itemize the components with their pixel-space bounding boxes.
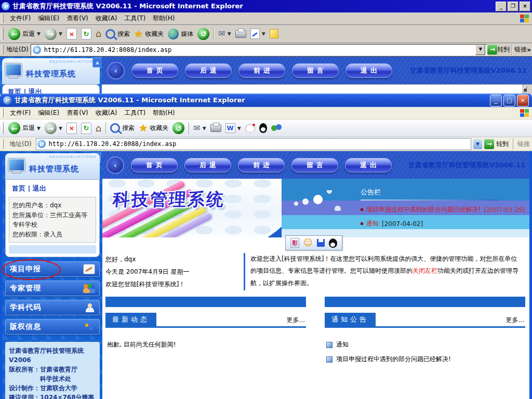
fg-close-button[interactable]: × bbox=[517, 95, 529, 107]
bg-sidebar-links[interactable]: 首页 | 退出 bbox=[2, 84, 100, 95]
bg-nav-exit[interactable]: 退出 bbox=[345, 63, 392, 78]
bg-links-label[interactable]: 链接 bbox=[514, 45, 527, 54]
bg-menu-view[interactable]: 查看(V) bbox=[63, 12, 92, 24]
fg-menu-view[interactable]: 查看(V) bbox=[63, 107, 92, 119]
bg-menu-tools[interactable]: 工具(T) bbox=[121, 12, 149, 24]
messenger-button[interactable] bbox=[269, 123, 284, 134]
back-button[interactable]: ← 后退 ▼ bbox=[6, 27, 43, 41]
bg-close-button[interactable]: × bbox=[520, 2, 530, 11]
fg-nav-message[interactable]: 留言 bbox=[291, 158, 338, 172]
bg-nav-forward[interactable]: 前进 bbox=[238, 63, 285, 78]
announcement-item[interactable]: 通知 [2007-04-02] bbox=[361, 219, 423, 228]
fg-nav-home[interactable]: 首页 bbox=[131, 158, 178, 172]
fg-links-label[interactable]: 链接 bbox=[517, 140, 530, 149]
more-link[interactable]: 更多... bbox=[506, 316, 525, 326]
mail-button[interactable]: ✉ ▼ bbox=[191, 123, 208, 134]
fg-minimize-button[interactable]: _ bbox=[490, 95, 502, 107]
edit-dropdown-icon[interactable]: ▼ bbox=[262, 31, 265, 36]
announcement-text[interactable]: 项目申报过程中遇到的部分问题已经解决! bbox=[366, 205, 481, 214]
list-item[interactable]: 通知 bbox=[326, 340, 525, 349]
bg-restore-button[interactable]: ❐ bbox=[508, 2, 518, 11]
bg-address-input[interactable] bbox=[43, 46, 474, 54]
bg-nav-message[interactable]: 留言 bbox=[292, 63, 339, 78]
announcement-text[interactable]: 通知 bbox=[366, 219, 379, 228]
fg-address-input[interactable] bbox=[48, 140, 470, 148]
bg-menu-help[interactable]: 帮助(H) bbox=[149, 12, 178, 24]
bg-go-label[interactable]: 转到 bbox=[497, 45, 510, 54]
messenger-button[interactable] bbox=[268, 28, 281, 39]
favorites-button[interactable]: ★ 收藏夹 bbox=[137, 122, 170, 134]
kitty-plugin-button[interactable] bbox=[243, 123, 257, 134]
sidebar-item-project-apply[interactable]: 项目申报 bbox=[5, 261, 100, 277]
fg-menu-file[interactable]: 文件(F) bbox=[6, 107, 34, 119]
mail-dropdown-icon[interactable]: ▼ bbox=[228, 31, 231, 36]
close-left-pane-link[interactable]: 关闭左栏 bbox=[413, 267, 437, 274]
fg-menu-help[interactable]: 帮助(H) bbox=[149, 107, 178, 119]
refresh-button[interactable]: ↻ bbox=[79, 122, 94, 135]
bg-address-dropdown-icon[interactable]: ▼ bbox=[475, 45, 485, 55]
mail-dropdown-icon[interactable]: ▼ bbox=[203, 126, 206, 131]
mail-button[interactable]: ✉ ▼ bbox=[216, 29, 233, 39]
sidebar-item-copyright-info[interactable]: 版权信息 bbox=[5, 319, 100, 335]
fg-menu-favorites[interactable]: 收藏(A) bbox=[92, 107, 121, 119]
fg-sidebar-links[interactable]: 首页 | 退出 bbox=[9, 183, 96, 197]
bg-menu-file[interactable]: 文件(F) bbox=[6, 12, 34, 24]
refresh-button[interactable]: ↻ bbox=[79, 27, 94, 41]
home-button[interactable]: ⌂ bbox=[94, 28, 103, 39]
forward-button[interactable]: → ▼ bbox=[43, 121, 64, 135]
qq-penguin-icon[interactable] bbox=[329, 238, 337, 248]
color-plugin-icon[interactable]: 彩 bbox=[290, 238, 299, 248]
back-dropdown-icon[interactable]: ▼ bbox=[37, 126, 41, 131]
fg-go-label[interactable]: 转到 bbox=[496, 140, 509, 149]
fg-address-dropdown-icon[interactable]: ▼ bbox=[473, 139, 482, 149]
history-button[interactable]: ↺ bbox=[195, 27, 211, 41]
media-button[interactable]: 媒体 bbox=[166, 28, 195, 41]
announcement-item[interactable]: 项目申报过程中遇到的部分问题已经解决! [2007-03-29] bbox=[361, 205, 525, 214]
forward-button[interactable]: → ▼ bbox=[43, 27, 64, 41]
list-item[interactable]: 项目申报过程中遇到的部分问题已经解决! bbox=[326, 355, 525, 364]
favorites-button[interactable]: ★ 收藏夹 bbox=[132, 28, 166, 40]
fg-nav-exit[interactable]: 退出 bbox=[345, 158, 392, 172]
stop-button[interactable]: × bbox=[64, 27, 79, 41]
go-icon[interactable]: → bbox=[484, 139, 494, 149]
fg-titlebar[interactable]: e 甘肃省教育厅科技管理系统 V2006.11 - Microsoft Inte… bbox=[0, 94, 532, 107]
sidebar-item-expert-manage[interactable]: 专家管理 bbox=[5, 281, 100, 296]
search-button[interactable]: 搜索 bbox=[103, 28, 132, 40]
bg-menu-edit[interactable]: 编辑(E) bbox=[34, 12, 63, 24]
qq-button[interactable] bbox=[257, 122, 269, 134]
back-dropdown-icon[interactable]: ▼ bbox=[37, 31, 41, 36]
sidebar-item-subject-code[interactable]: 学科代码 bbox=[5, 300, 100, 315]
print-button[interactable] bbox=[233, 29, 248, 39]
bg-titlebar[interactable]: e 甘肃省教育厅科技管理系统 V2006.11 - Microsoft Inte… bbox=[0, 0, 532, 12]
print-button[interactable] bbox=[208, 123, 223, 133]
nav-back-circle-button[interactable]: ‹ bbox=[107, 156, 124, 174]
fg-nav-back[interactable]: 后退 bbox=[184, 158, 231, 172]
bg-minimize-button[interactable]: _ bbox=[496, 2, 507, 11]
more-link[interactable]: 更多... bbox=[287, 316, 306, 326]
scroll-up-icon[interactable]: ▲ bbox=[523, 87, 527, 92]
bg-menu-favorites[interactable]: 收藏(A) bbox=[92, 12, 121, 24]
bg-nav-home[interactable]: 首页 bbox=[131, 63, 178, 78]
edit-button[interactable]: ▼ bbox=[248, 28, 268, 40]
fg-nav-forward[interactable]: 前进 bbox=[238, 158, 285, 172]
forward-dropdown-icon[interactable]: ▼ bbox=[59, 31, 62, 36]
sidebar-collapse-icon[interactable]: ▲ bbox=[92, 58, 102, 68]
word-dropdown-icon[interactable]: ▼ bbox=[237, 126, 241, 131]
back-button[interactable]: ← 后退 ▼ bbox=[6, 121, 43, 135]
fg-maximize-button[interactable]: □ bbox=[503, 95, 515, 107]
forward-dropdown-icon[interactable]: ▼ bbox=[59, 126, 62, 131]
notice-link[interactable]: 通知 bbox=[336, 340, 349, 349]
smiley-icon[interactable]: ☺ bbox=[303, 238, 313, 247]
nav-back-circle-button[interactable]: ‹ bbox=[107, 62, 125, 79]
tab-notices[interactable]: 通知公告 bbox=[325, 313, 376, 326]
fg-menu-edit[interactable]: 编辑(E) bbox=[34, 107, 63, 119]
history-button[interactable]: ↺ bbox=[170, 121, 187, 135]
save-icon[interactable] bbox=[317, 239, 325, 247]
bg-nav-back[interactable]: 后退 bbox=[185, 63, 232, 78]
stop-button[interactable]: × bbox=[64, 122, 79, 135]
tab-latest-news[interactable]: 最新动态 bbox=[105, 313, 156, 326]
word-edit-button[interactable]: W ▼ bbox=[223, 122, 243, 134]
notice-link[interactable]: 项目申报过程中遇到的部分问题已经解决! bbox=[336, 355, 451, 364]
bg-links-chevron[interactable]: » bbox=[527, 46, 531, 54]
go-icon[interactable]: → bbox=[487, 45, 497, 55]
